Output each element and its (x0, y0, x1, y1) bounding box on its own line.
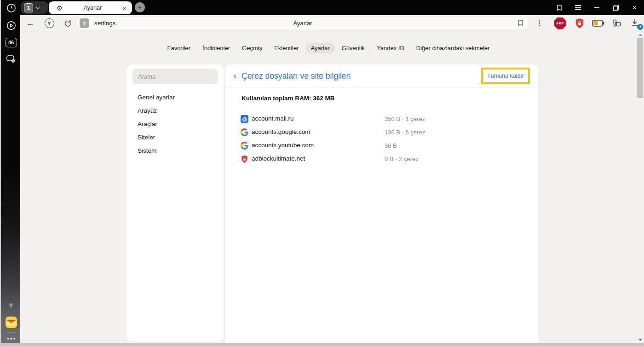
sidebar-item-siteler[interactable]: Siteler (138, 133, 155, 142)
battery-saver-button[interactable] (591, 15, 605, 31)
nav-tab-favoriler[interactable]: Favoriler (162, 43, 196, 53)
site-info: 36 B (385, 142, 397, 149)
extensions-overflow-button[interactable] (535, 15, 544, 31)
scrollbar-down-arrow[interactable] (638, 339, 642, 341)
settings-nav-tabs: Favoriler İndirilenler Geçmiş Eklentiler… (20, 42, 637, 54)
mailru-icon: @ (241, 115, 248, 123)
tab-ayarlar[interactable]: ⚙ Ayarlar × (49, 1, 132, 14)
side-panel-button[interactable] (550, 0, 569, 15)
adblock-shield-icon (241, 155, 248, 163)
new-tab-button[interactable]: + (135, 2, 145, 12)
bookmark-ribbon-icon (556, 4, 563, 12)
window-bottom-edge (0, 343, 644, 346)
address-bar[interactable]: Y settings Ayarlar (77, 17, 528, 29)
battery-icon (592, 20, 604, 27)
browser-side-rail: 46 + (0, 0, 20, 343)
yandex-home-button[interactable]: Y (44, 15, 55, 31)
nav-tab-diger-cihazlar[interactable]: Diğer cihazlardaki sekmeler (411, 43, 495, 53)
bookmark-flag-icon (517, 19, 524, 27)
yandex-mail-button[interactable] (1, 316, 21, 328)
url-text: settings (94, 20, 116, 27)
yandex-circle-icon: Y (45, 18, 54, 28)
gear-icon: ⚙ (57, 5, 63, 12)
address-bar-page-title: Ayarlar (77, 20, 528, 27)
play-circle-icon (6, 20, 17, 31)
google-icon (241, 142, 248, 150)
site-row-youtube[interactable]: accounts.youtube.com 36 B (225, 139, 538, 152)
history-button[interactable] (1, 2, 21, 13)
back-button[interactable]: ← (25, 15, 36, 31)
tab-count-button[interactable]: 1 (21, 1, 48, 14)
password-manager-button[interactable] (610, 15, 623, 31)
remove-all-highlight-box: Tümünü kaldır (481, 68, 530, 84)
cookies-panel: ‹ Çerez dosyaları ve site bilgileri Tümü… (225, 64, 538, 343)
back-chevron-icon[interactable]: ‹ (233, 70, 236, 81)
back-arrow-icon: ← (26, 18, 34, 28)
nav-tab-gecmis[interactable]: Geçmiş (237, 43, 267, 53)
settings-sidebar-panel: Genel ayarlar Arayüz Araçlar Siteler Sis… (126, 64, 224, 341)
downloads-button[interactable]: 1 (628, 15, 643, 31)
nav-tab-ayarlar[interactable]: Ayarlar (306, 43, 335, 53)
abp-icon: ABP (554, 17, 566, 29)
close-button[interactable]: × (625, 0, 644, 15)
sidebar-item-sistem[interactable]: Sistem (138, 146, 156, 156)
video-button[interactable] (1, 20, 21, 31)
abp-extension-button[interactable]: ABP (554, 15, 566, 31)
google-icon (241, 128, 248, 136)
add-panel-button[interactable]: + (1, 300, 21, 311)
restore-button[interactable] (606, 0, 625, 15)
site-info: 350 B · 1 çerez (385, 115, 425, 122)
screenshot-camera-icon (6, 54, 17, 64)
site-info: 136 B · 6 çerez (385, 129, 425, 136)
tab-counter-badge: 46 (6, 38, 17, 47)
minimize-button[interactable] (587, 0, 606, 15)
page-scrollbar[interactable] (636, 31, 644, 343)
site-row-google[interactable]: accounts.google.com 136 B · 6 çerez (225, 126, 538, 139)
scrollbar-thumb[interactable] (637, 38, 643, 98)
close-icon: × (632, 4, 637, 12)
nav-tab-guvenlik[interactable]: Güvenlik (337, 43, 370, 53)
tab-close-icon[interactable]: × (122, 5, 126, 12)
bookmark-button[interactable] (517, 19, 524, 29)
restore-icon (613, 5, 619, 11)
tab-title: Ayarlar (63, 5, 122, 11)
page-favicon: Y (80, 18, 89, 28)
site-domain: adblockultimate.net (252, 155, 305, 162)
site-domain: accounts.google.com (252, 128, 310, 135)
browser-window: 1 ⚙ Ayarlar × + × (0, 0, 644, 346)
adblock-extension-button[interactable] (573, 15, 586, 31)
nav-tab-indirilenler[interactable]: İndirilenler (197, 43, 235, 53)
toolbar-divider (548, 19, 548, 28)
site-row-adblockultimate[interactable]: adblockultimate.net 0 B · 2 çerez (225, 152, 538, 166)
tab-count-badge: 1 (24, 3, 33, 12)
site-domain: account.mail.ru (252, 115, 294, 122)
key-icon (611, 19, 621, 28)
clock-icon (6, 3, 17, 13)
refresh-button[interactable] (62, 15, 73, 31)
site-domain: accounts.youtube.com (252, 142, 314, 149)
sidebar-item-arayuz[interactable]: Arayüz (138, 106, 157, 115)
nav-tab-yandex-id[interactable]: Yandex ID (372, 43, 409, 53)
sidebar-item-genel-ayarlar[interactable]: Genel ayarlar (138, 93, 175, 102)
plus-icon: + (8, 300, 14, 311)
sidebar-item-araclar[interactable]: Araçlar (138, 120, 157, 129)
ellipsis-icon (7, 338, 9, 340)
menu-button[interactable] (569, 0, 587, 15)
sidebar-divider (6, 332, 16, 333)
screenshot-button[interactable] (1, 53, 21, 64)
scrollbar-up-arrow[interactable] (638, 34, 642, 36)
tab-counter-button[interactable]: 46 (1, 37, 21, 48)
cookies-panel-title: Çerez dosyaları ve site bilgileri (242, 64, 351, 87)
nav-tab-eklentiler[interactable]: Eklentiler (269, 43, 304, 53)
search-input[interactable] (132, 69, 218, 84)
minimize-icon (594, 7, 599, 8)
browser-toolbar: ← Y Y settings Ayarlar ABP (20, 15, 644, 31)
remove-all-button[interactable]: Tümünü kaldır (487, 73, 524, 79)
site-row-mailru[interactable]: @ account.mail.ru 350 B · 1 çerez (225, 112, 538, 126)
download-count-badge: 1 (637, 24, 643, 30)
tab-strip: 1 ⚙ Ayarlar × + × (0, 0, 644, 15)
hamburger-icon (575, 5, 581, 10)
vertical-dots-icon (539, 20, 540, 26)
yandex-mail-icon (6, 317, 17, 328)
sidebar-more-button[interactable] (1, 336, 21, 341)
